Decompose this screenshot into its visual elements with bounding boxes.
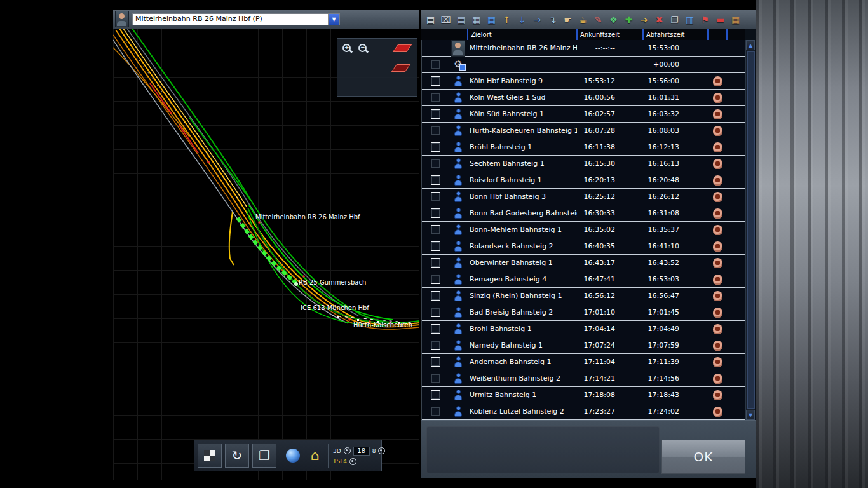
- radio-indicator[interactable]: [349, 458, 356, 465]
- schedule-scrollbar[interactable]: ▲ ▼: [745, 40, 755, 420]
- schedule-row[interactable]: Sechtem Bahnsteig 116:15:3016:16:13: [422, 156, 745, 172]
- row-checkbox[interactable]: [431, 291, 440, 301]
- schedule-row[interactable]: Brühl Bahnsteig 116:11:3816:12:13: [422, 139, 745, 156]
- layer-marker-icon[interactable]: [391, 64, 410, 72]
- scrollbar-thumb[interactable]: [747, 51, 755, 409]
- row-checkbox[interactable]: [431, 374, 440, 383]
- offset-row[interactable]: ⚙+00:00: [422, 57, 745, 73]
- schedule-row[interactable]: Bonn-Mehlem Bahnsteig 116:35:0216:35:37: [422, 222, 745, 238]
- stop-sign-icon[interactable]: [713, 76, 722, 86]
- row-checkbox[interactable]: [431, 60, 440, 69]
- row-checkbox[interactable]: [431, 76, 440, 86]
- stop-sign-icon[interactable]: [713, 357, 722, 367]
- row-checkbox[interactable]: [431, 126, 440, 135]
- schedule-row[interactable]: Koblenz-Lützel Bahnsteig 217:23:2717:24:…: [422, 403, 745, 420]
- row-checkbox[interactable]: [431, 308, 440, 317]
- detach-button[interactable]: ❐: [252, 444, 276, 468]
- row-checkbox[interactable]: [431, 159, 440, 168]
- signal-icon[interactable]: ▬: [713, 13, 728, 27]
- schedule-row[interactable]: Andernach Bahnsteig 117:11:0417:11:39: [422, 354, 745, 370]
- train-selector[interactable]: Mittelrheinbahn RB 26 Mainz Hbf (P) ▼: [132, 13, 340, 25]
- save-icon[interactable]: ▤: [423, 13, 438, 27]
- layer-marker-icon[interactable]: [393, 44, 412, 52]
- palette-icon[interactable]: ❖: [606, 13, 621, 27]
- schedule-row[interactable]: Bonn Hbf Bahnsteig 316:25:1216:26:12: [422, 189, 745, 205]
- stop-sign-icon[interactable]: [713, 308, 722, 318]
- grid-rows-icon[interactable]: ▤: [454, 13, 468, 27]
- stop-sign-icon[interactable]: [713, 341, 722, 351]
- row-checkbox[interactable]: [431, 341, 440, 350]
- row-checkbox[interactable]: [431, 390, 440, 400]
- schedule-row[interactable]: Roisdorf Bahnsteig 116:20:1316:20:48: [422, 172, 745, 189]
- row-checkbox[interactable]: [431, 109, 440, 119]
- schedule-row[interactable]: Brohl Bahnsteig 117:04:1417:04:49: [422, 321, 745, 337]
- row-up-icon[interactable]: ↑: [499, 13, 514, 27]
- row-down-icon[interactable]: ↓: [515, 13, 529, 27]
- scroll-down-icon[interactable]: ▼: [746, 410, 755, 420]
- radio-indicator[interactable]: [344, 447, 351, 454]
- row-checkbox[interactable]: [431, 274, 440, 284]
- stop-sign-icon[interactable]: [713, 241, 722, 252]
- stop-sign-icon[interactable]: [713, 192, 722, 202]
- schedule-row[interactable]: Remagen Bahnsteig 416:47:4116:53:03: [422, 271, 745, 288]
- home-button[interactable]: ⌂: [306, 444, 325, 467]
- schedule-row[interactable]: Köln West Gleis 1 Süd16:00:5616:01:31: [422, 90, 745, 106]
- row-checkbox[interactable]: [431, 192, 440, 201]
- scroll-up-icon[interactable]: ▲: [746, 40, 755, 50]
- pointer-icon[interactable]: ☛: [560, 13, 575, 27]
- stop-sign-icon[interactable]: [713, 175, 722, 186]
- schedule-row[interactable]: Namedy Bahnsteig 117:07:2417:07:59: [422, 337, 745, 354]
- zoom-in-icon[interactable]: +: [342, 44, 355, 57]
- pan-button[interactable]: [198, 444, 222, 468]
- flag-icon[interactable]: ⚑: [698, 13, 712, 27]
- stop-sign-icon[interactable]: [713, 407, 722, 417]
- stop-sign-icon[interactable]: [713, 225, 722, 235]
- stop-sign-icon[interactable]: [713, 126, 722, 136]
- remove-icon[interactable]: ✖: [652, 13, 667, 27]
- stop-sign-icon[interactable]: [713, 390, 722, 400]
- copy-icon[interactable]: ❐: [667, 13, 682, 27]
- row-checkbox[interactable]: [431, 93, 440, 102]
- schedule-row[interactable]: Bad Breisig Bahnsteig 217:01:1017:01:45: [422, 304, 745, 321]
- schedule-row[interactable]: Weißenthurm Bahnsteig 217:14:2117:14:56: [422, 370, 745, 387]
- scale-input[interactable]: 18: [353, 447, 370, 456]
- track-map-area[interactable]: Mittelrheinbahn RB 26 Mainz HbfRB 25 Gum…: [113, 29, 419, 480]
- stop-sign-icon[interactable]: [713, 208, 722, 219]
- stop-sign-icon[interactable]: [713, 291, 722, 301]
- forward-icon[interactable]: ➔: [637, 13, 651, 27]
- edit-icon[interactable]: ✎: [591, 13, 606, 27]
- zoom-out-icon[interactable]: −: [358, 44, 371, 57]
- depot-icon[interactable]: ▦: [728, 13, 743, 27]
- radio-indicator[interactable]: [378, 447, 385, 454]
- row-checkbox[interactable]: [431, 357, 440, 367]
- delete-icon[interactable]: ⌧: [438, 13, 453, 27]
- add-waypoint-icon[interactable]: ✚: [621, 13, 636, 27]
- schedule-row[interactable]: Oberwinter Bahnsteig 116:43:1716:43:52: [422, 255, 745, 271]
- rotate-button[interactable]: ↻: [225, 444, 249, 468]
- row-checkbox[interactable]: [431, 175, 440, 185]
- stop-sign-icon[interactable]: [713, 93, 722, 103]
- stop-sign-icon[interactable]: [713, 159, 722, 169]
- goblet-icon[interactable]: ☕: [576, 13, 590, 27]
- stop-sign-icon[interactable]: [713, 258, 722, 268]
- row-checkbox[interactable]: [431, 208, 440, 218]
- stop-sign-icon[interactable]: [713, 374, 722, 384]
- row-checkbox[interactable]: [431, 324, 440, 334]
- insert-row-icon[interactable]: →: [530, 13, 545, 27]
- stop-sign-icon[interactable]: [713, 324, 722, 334]
- row-checkbox[interactable]: [431, 241, 440, 251]
- ok-button[interactable]: OK: [661, 440, 745, 474]
- train-info-row[interactable]: Mittelrheinbahn RB 26 Mainz Hbf--:--:--1…: [422, 40, 745, 57]
- schedule-row[interactable]: Bonn-Bad Godesberg Bahnsteig16:30:3316:3…: [422, 205, 745, 222]
- schedule-row[interactable]: Hürth-Kalscheuren Bahnsteig 116:07:2816:…: [422, 123, 745, 139]
- append-row-icon[interactable]: ↴: [545, 13, 560, 27]
- schedule-row[interactable]: Urmitz Bahnsteig 117:18:0817:18:43: [422, 387, 745, 403]
- schedule-row[interactable]: Köln Hbf Bahnsteig 915:53:1215:56:00: [422, 73, 745, 90]
- schedule-row[interactable]: Köln Süd Bahnsteig 116:02:5716:03:32: [422, 106, 745, 123]
- row-checkbox[interactable]: [431, 225, 440, 234]
- grid-cells-icon[interactable]: ▦: [484, 13, 499, 27]
- grid-table-icon[interactable]: ▦: [469, 13, 484, 27]
- chevron-down-icon[interactable]: ▼: [328, 14, 339, 25]
- stop-sign-icon[interactable]: [713, 142, 722, 152]
- globe-button[interactable]: [283, 444, 302, 467]
